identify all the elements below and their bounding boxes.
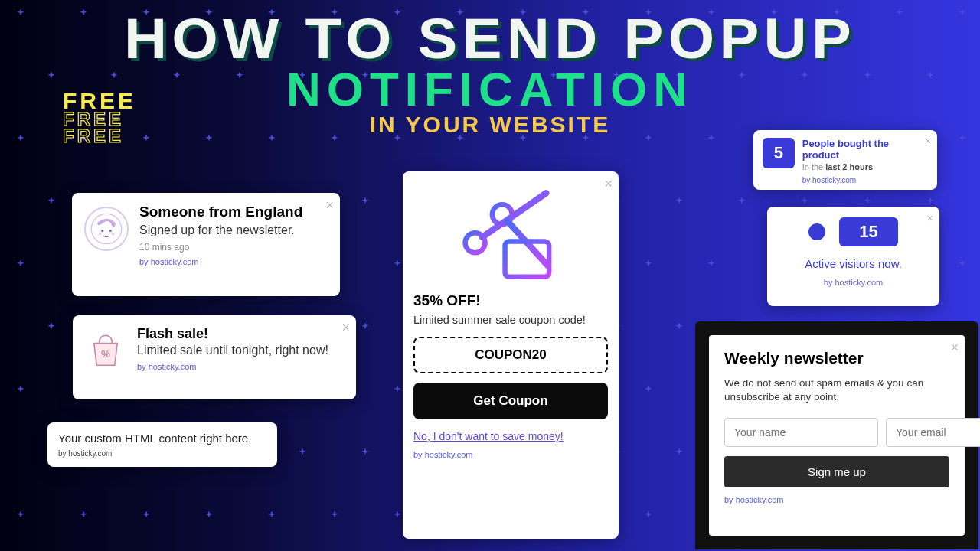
headline-line-1: HOW TO SEND POPUP bbox=[0, 6, 980, 71]
purchase-count: 5 bbox=[763, 138, 795, 168]
notification-title: People bought the product bbox=[802, 138, 928, 161]
coupon-popup[interactable]: × 35% OFF! Limited summer sale coupon co… bbox=[403, 171, 619, 539]
close-icon[interactable]: × bbox=[325, 197, 334, 214]
headline: HOW TO SEND POPUP NOTIFICATION IN YOUR W… bbox=[0, 6, 980, 138]
signup-button[interactable]: Sign me up bbox=[724, 456, 949, 487]
close-icon[interactable]: × bbox=[925, 135, 931, 147]
notification-purchase-count[interactable]: × 5 People bought the product In the las… bbox=[753, 130, 937, 190]
email-input[interactable] bbox=[886, 418, 980, 447]
byline: by hosticky.com bbox=[58, 449, 266, 458]
notification-subtitle: Signed up for the newsletter. bbox=[139, 223, 302, 237]
notification-custom-html[interactable]: Your custom HTML content right here. by … bbox=[47, 422, 277, 467]
svg-text:%: % bbox=[101, 348, 110, 360]
notification-active-visitors[interactable]: × 15 Active visitors now. by hosticky.co… bbox=[767, 207, 939, 306]
byline: by hosticky.com bbox=[779, 278, 927, 287]
newsletter-title: Weekly newsletter bbox=[724, 349, 949, 367]
notification-time: 10 mins ago bbox=[139, 242, 302, 253]
free-badge: FREE FREE FREE bbox=[63, 90, 136, 144]
byline: by hosticky.com bbox=[802, 176, 928, 184]
close-icon[interactable]: × bbox=[604, 176, 612, 192]
svg-point-3 bbox=[99, 233, 102, 236]
name-input[interactable] bbox=[724, 418, 878, 447]
coupon-title: 35% OFF! bbox=[413, 292, 608, 309]
notification-title: Flash sale! bbox=[137, 326, 328, 342]
get-coupon-button[interactable]: Get Coupon bbox=[413, 383, 608, 419]
notification-flash-sale[interactable]: × % Flash sale! Limited sale until tonig… bbox=[73, 315, 356, 399]
notification-signup[interactable]: × Someone from England Signed up for the… bbox=[72, 193, 340, 296]
byline: by hosticky.com bbox=[413, 450, 608, 459]
close-icon[interactable]: × bbox=[926, 211, 933, 224]
notification-subtitle: Limited sale until tonight, right now! bbox=[137, 344, 328, 357]
status-dot-icon bbox=[808, 223, 825, 240]
newsletter-popup[interactable]: × Weekly newsletter We do not send out s… bbox=[695, 321, 978, 549]
close-icon[interactable]: × bbox=[341, 320, 350, 336]
coupon-subtitle: Limited summer sale coupon code! bbox=[413, 314, 608, 326]
notification-title: Someone from England bbox=[139, 204, 302, 220]
byline: by hosticky.com bbox=[137, 362, 328, 371]
coupon-code[interactable]: COUPON20 bbox=[413, 337, 608, 373]
byline: by hosticky.com bbox=[139, 257, 302, 266]
svg-point-4 bbox=[112, 233, 115, 236]
svg-point-1 bbox=[101, 230, 103, 232]
shopping-bag-icon: % bbox=[85, 329, 126, 370]
newsletter-subtitle: We do not send out spam emails & you can… bbox=[724, 377, 949, 404]
scissors-icon bbox=[413, 182, 608, 289]
active-visitors-label: Active visitors now. bbox=[779, 257, 927, 270]
notification-subtitle: In the last 2 hours bbox=[802, 162, 928, 171]
close-icon[interactable]: × bbox=[950, 340, 959, 356]
svg-point-2 bbox=[109, 230, 112, 232]
svg-point-0 bbox=[91, 214, 121, 243]
custom-html-body: Your custom HTML content right here. bbox=[58, 432, 266, 445]
decline-link[interactable]: No, I don't want to save money! bbox=[413, 430, 608, 442]
avatar-icon bbox=[84, 207, 129, 251]
byline: by hosticky.com bbox=[724, 495, 949, 504]
visitor-count: 15 bbox=[839, 217, 897, 246]
